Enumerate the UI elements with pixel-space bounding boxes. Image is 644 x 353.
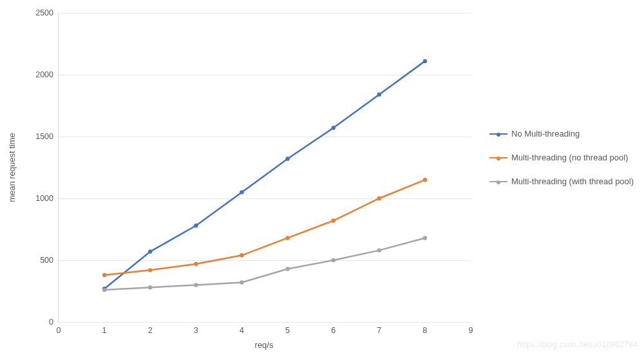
data-point xyxy=(285,236,289,240)
data-point xyxy=(377,196,381,200)
y-tick-label: 1000 xyxy=(33,194,53,203)
watermark: https://blog.csdn.net/u010862794 xyxy=(517,340,638,349)
data-point xyxy=(102,273,106,277)
data-point xyxy=(148,249,152,253)
data-point xyxy=(377,248,381,252)
data-point xyxy=(240,190,243,194)
y-tick-label: 2000 xyxy=(33,70,53,79)
plot-area: 0 500 1000 1500 2000 2500 0 1 2 3 4 5 6 … xyxy=(58,13,471,323)
legend-item: Multi-threading (no thread pool) xyxy=(489,153,634,162)
legend-label: No Multi-threading xyxy=(511,129,580,138)
x-tick-label: 6 xyxy=(331,326,336,335)
x-tick-label: 4 xyxy=(240,326,244,335)
y-tick-label: 500 xyxy=(33,256,53,265)
x-tick-label: 3 xyxy=(194,326,198,335)
data-point xyxy=(331,218,335,222)
y-tick-label: 2500 xyxy=(33,8,53,17)
y-axis-label: mean request time xyxy=(7,133,17,202)
data-point xyxy=(331,126,335,129)
data-point xyxy=(331,258,335,262)
data-point xyxy=(194,224,198,227)
y-tick-label: 0 xyxy=(33,318,53,327)
series-line xyxy=(104,238,425,290)
legend-label: Multi-threading (with thread pool) xyxy=(511,176,634,186)
legend-item: Multi-threading (with thread pool) xyxy=(489,176,634,186)
chart-lines xyxy=(59,13,471,322)
x-tick-label: 0 xyxy=(57,326,61,335)
data-point xyxy=(423,236,427,240)
legend-swatch-icon xyxy=(489,181,507,182)
x-tick-label: 2 xyxy=(148,326,153,335)
x-tick-label: 9 xyxy=(469,326,473,335)
legend-swatch-icon xyxy=(489,133,507,135)
x-tick-label: 8 xyxy=(422,326,427,335)
x-tick-label: 1 xyxy=(102,326,107,335)
series-line xyxy=(104,61,425,289)
y-tick-label: 1500 xyxy=(33,132,53,141)
chart-container: mean request time req/s 0 500 1000 1500 … xyxy=(0,0,644,353)
data-point xyxy=(423,59,427,63)
data-point xyxy=(240,280,243,284)
data-point xyxy=(377,93,381,97)
data-point xyxy=(285,267,289,271)
legend-item: No Multi-threading xyxy=(489,129,634,138)
x-tick-label: 7 xyxy=(377,326,381,335)
legend-swatch-icon xyxy=(489,157,507,158)
x-axis-label: req/s xyxy=(255,340,274,350)
data-point xyxy=(240,253,243,257)
data-point xyxy=(285,157,289,160)
data-point xyxy=(148,268,152,272)
x-tick-label: 5 xyxy=(285,326,290,335)
data-point xyxy=(102,288,106,292)
legend-label: Multi-threading (no thread pool) xyxy=(511,153,628,162)
data-point xyxy=(148,285,152,289)
gridline xyxy=(59,322,471,323)
data-point xyxy=(194,262,198,266)
series-line xyxy=(104,180,425,275)
data-point xyxy=(194,283,198,287)
legend: No Multi-threading Multi-threading (no t… xyxy=(489,129,634,200)
data-point xyxy=(423,178,427,182)
